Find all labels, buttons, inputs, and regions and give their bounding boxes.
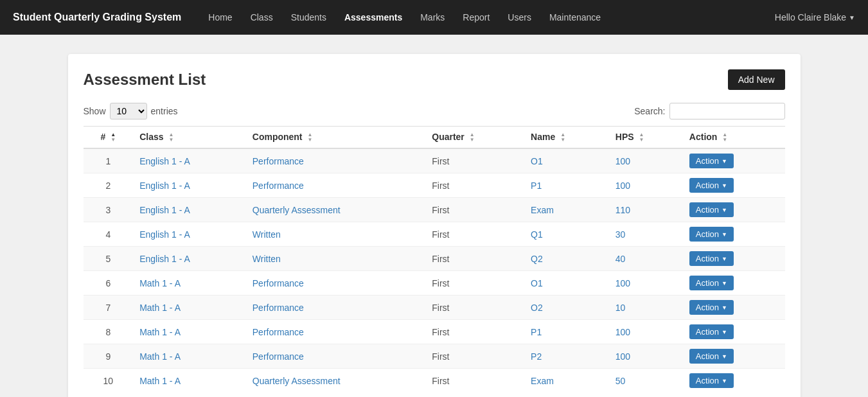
cell-component: Written bbox=[246, 247, 425, 271]
nav-item-report[interactable]: Report bbox=[455, 7, 497, 28]
cell-hps: 110 bbox=[609, 198, 683, 222]
entries-select[interactable]: 102550100 bbox=[110, 103, 147, 119]
cell-action: Action bbox=[683, 271, 785, 296]
col-name[interactable]: Name ▲ ▼ bbox=[524, 127, 609, 149]
show-entries: Show 102550100 entries bbox=[84, 103, 178, 119]
cell-hps: 100 bbox=[609, 173, 683, 198]
cell-name: Exam bbox=[524, 369, 609, 393]
cell-component: Performance bbox=[246, 148, 425, 173]
add-new-button[interactable]: Add New bbox=[728, 69, 785, 90]
show-label: Show bbox=[84, 106, 106, 116]
table-row: 8Math 1 - APerformanceFirstP1100Action bbox=[84, 320, 785, 344]
cell-action: Action bbox=[683, 198, 785, 222]
action-button[interactable]: Action bbox=[689, 324, 734, 339]
table-row: 1English 1 - APerformanceFirstO1100Actio… bbox=[84, 148, 785, 173]
cell-hps: 40 bbox=[609, 247, 683, 271]
cell-hps: 100 bbox=[609, 271, 683, 296]
assessment-table: # ▲ ▼ Class ▲ ▼ Component ▲ bbox=[84, 126, 785, 393]
nav-item-marks[interactable]: Marks bbox=[412, 7, 452, 28]
cell-name: Q1 bbox=[524, 222, 609, 247]
nav-item-students[interactable]: Students bbox=[283, 7, 334, 28]
cell-component: Written bbox=[246, 222, 425, 247]
nav-item-assessments[interactable]: Assessments bbox=[337, 7, 410, 28]
cell-name: Q2 bbox=[524, 247, 609, 271]
action-button[interactable]: Action bbox=[689, 349, 734, 364]
action-button[interactable]: Action bbox=[689, 300, 734, 315]
cell-quarter: First bbox=[425, 222, 524, 247]
cell-name: P2 bbox=[524, 344, 609, 369]
search-label: Search: bbox=[634, 106, 665, 116]
cell-quarter: First bbox=[425, 173, 524, 198]
action-button[interactable]: Action bbox=[689, 202, 734, 217]
cell-num: 3 bbox=[84, 198, 134, 222]
cell-component: Quarterly Assessment bbox=[246, 198, 425, 222]
action-button[interactable]: Action bbox=[689, 373, 734, 388]
cell-name: P1 bbox=[524, 173, 609, 198]
table-row: 6Math 1 - APerformanceFirstO1100Action bbox=[84, 271, 785, 296]
cell-action: Action bbox=[683, 148, 785, 173]
cell-name: O1 bbox=[524, 271, 609, 296]
cell-component: Performance bbox=[246, 296, 425, 320]
navbar: Student Quarterly Grading System HomeCla… bbox=[0, 0, 868, 35]
navbar-brand: Student Quarterly Grading System bbox=[13, 12, 181, 23]
cell-hps: 10 bbox=[609, 296, 683, 320]
num-sort-icon: ▲ ▼ bbox=[111, 132, 116, 143]
cell-class: English 1 - A bbox=[133, 148, 246, 173]
table-header: # ▲ ▼ Class ▲ ▼ Component ▲ bbox=[84, 127, 785, 149]
cell-num: 8 bbox=[84, 320, 134, 344]
page-title: Assessment List bbox=[84, 71, 206, 89]
action-button[interactable]: Action bbox=[689, 154, 734, 168]
class-sort-icon: ▲ ▼ bbox=[168, 132, 173, 143]
table-row: 9Math 1 - APerformanceFirstP2100Action bbox=[84, 344, 785, 369]
action-button[interactable]: Action bbox=[689, 227, 734, 242]
cell-num: 6 bbox=[84, 271, 134, 296]
col-num[interactable]: # ▲ ▼ bbox=[84, 127, 134, 149]
col-quarter[interactable]: Quarter ▲ ▼ bbox=[425, 127, 524, 149]
table-row: 10Math 1 - AQuarterly AssessmentFirstExa… bbox=[84, 369, 785, 393]
cell-class: English 1 - A bbox=[133, 247, 246, 271]
search-input[interactable] bbox=[669, 103, 785, 119]
cell-hps: 30 bbox=[609, 222, 683, 247]
cell-class: English 1 - A bbox=[133, 198, 246, 222]
header-row: # ▲ ▼ Class ▲ ▼ Component ▲ bbox=[84, 127, 785, 149]
cell-action: Action bbox=[683, 296, 785, 320]
cell-action: Action bbox=[683, 247, 785, 271]
cell-quarter: First bbox=[425, 148, 524, 173]
nav-item-users[interactable]: Users bbox=[500, 7, 539, 28]
page-header: Assessment List Add New bbox=[84, 69, 785, 90]
nav-item-maintenance[interactable]: Maintenance bbox=[542, 7, 608, 28]
action-button[interactable]: Action bbox=[689, 178, 734, 193]
col-class[interactable]: Class ▲ ▼ bbox=[133, 127, 246, 149]
cell-hps: 100 bbox=[609, 148, 683, 173]
cell-action: Action bbox=[683, 320, 785, 344]
col-component[interactable]: Component ▲ ▼ bbox=[246, 127, 425, 149]
cell-num: 2 bbox=[84, 173, 134, 198]
cell-hps: 100 bbox=[609, 320, 683, 344]
cell-name: O2 bbox=[524, 296, 609, 320]
nav-item-class[interactable]: Class bbox=[243, 7, 281, 28]
cell-quarter: First bbox=[425, 369, 524, 393]
cell-quarter: First bbox=[425, 344, 524, 369]
cell-class: Math 1 - A bbox=[133, 344, 246, 369]
nav-item-home[interactable]: Home bbox=[200, 7, 240, 28]
cell-class: Math 1 - A bbox=[133, 271, 246, 296]
navbar-user[interactable]: Hello Claire Blake bbox=[775, 12, 855, 22]
action-button[interactable]: Action bbox=[689, 276, 734, 290]
component-sort-icon: ▲ ▼ bbox=[307, 132, 312, 143]
col-action[interactable]: Action ▲ ▼ bbox=[683, 127, 785, 149]
cell-num: 10 bbox=[84, 369, 134, 393]
cell-name: Exam bbox=[524, 198, 609, 222]
cell-class: Math 1 - A bbox=[133, 296, 246, 320]
search-row: Search: bbox=[634, 103, 784, 119]
table-row: 4English 1 - AWrittenFirstQ130Action bbox=[84, 222, 785, 247]
col-hps[interactable]: HPS ▲ ▼ bbox=[609, 127, 683, 149]
cell-name: O1 bbox=[524, 148, 609, 173]
table-body: 1English 1 - APerformanceFirstO1100Actio… bbox=[84, 148, 785, 393]
cell-action: Action bbox=[683, 369, 785, 393]
table-row: 7Math 1 - APerformanceFirstO210Action bbox=[84, 296, 785, 320]
entries-label: entries bbox=[151, 106, 178, 116]
action-button[interactable]: Action bbox=[689, 251, 734, 266]
cell-component: Performance bbox=[246, 173, 425, 198]
cell-component: Performance bbox=[246, 271, 425, 296]
main-container: Assessment List Add New Show 102550100 e… bbox=[68, 54, 801, 397]
